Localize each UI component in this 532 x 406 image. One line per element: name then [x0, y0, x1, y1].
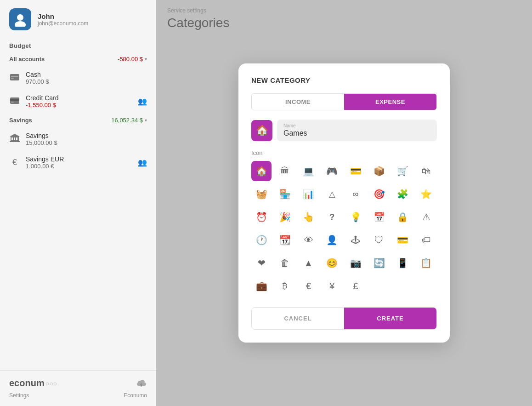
icon-arrow-up[interactable]: ▲: [299, 253, 319, 273]
icon-cart[interactable]: 🛒: [393, 161, 413, 181]
name-input[interactable]: [283, 129, 430, 137]
savings-info: Savings 15,000.00 $: [26, 132, 147, 146]
icon-pound[interactable]: £: [345, 276, 366, 296]
icon-section-label: Icon: [251, 149, 437, 156]
icon-person[interactable]: 👤: [322, 230, 342, 250]
icon-star[interactable]: ⭐: [416, 184, 436, 204]
icon-list[interactable]: 📋: [416, 253, 436, 273]
savings-eur-info: Savings EUR 1,000.00 €: [26, 155, 132, 170]
avatar: [9, 8, 31, 30]
icon-store[interactable]: 🏪: [275, 184, 295, 204]
icon-celebrate[interactable]: 🎉: [275, 207, 295, 227]
user-info: John john@econumo.com: [38, 12, 88, 27]
svg-rect-11: [14, 137, 15, 140]
icon-cal2[interactable]: 📆: [275, 230, 295, 250]
budget-section-title: Budget: [0, 39, 156, 52]
icon-bank[interactable]: 🏛: [275, 161, 295, 181]
icon-qr[interactable]: 📱: [393, 253, 413, 273]
savings-eur-shared-icon: 👥: [138, 158, 147, 167]
icon-shield[interactable]: 🛡: [369, 230, 389, 250]
icon-briefcase[interactable]: 💼: [251, 276, 272, 296]
name-input-group: Name: [277, 120, 437, 141]
category-type-toggle: INCOME EXPENSE: [251, 93, 437, 110]
svg-point-0: [17, 14, 23, 21]
icon-gamepad[interactable]: 🎮: [322, 161, 342, 181]
icon-face[interactable]: 😊: [322, 253, 342, 273]
icon-eye[interactable]: 👁: [299, 230, 319, 250]
icon-lock[interactable]: 🔒: [393, 207, 413, 227]
account-item-credit-card[interactable]: Credit Card -1,550.00 $ 👥: [0, 90, 156, 113]
icon-fingerprint[interactable]: 👆: [299, 207, 319, 227]
icon-basket[interactable]: 🧺: [251, 184, 272, 204]
brand-name-link[interactable]: Econumo: [124, 392, 147, 399]
icon-home[interactable]: 🏠: [251, 161, 272, 181]
modal-actions: CANCEL CREATE: [251, 307, 437, 330]
icon-trash[interactable]: 🗑: [275, 253, 295, 273]
icon-bulb[interactable]: 💡: [345, 207, 366, 227]
icon-camera[interactable]: 📷: [345, 253, 366, 273]
icon-calendar[interactable]: 📅: [369, 207, 389, 227]
eur-icon: €: [9, 158, 20, 167]
cloud-icon: [136, 378, 147, 389]
icon-refresh[interactable]: 🔄: [369, 253, 389, 273]
icon-euro[interactable]: €: [299, 276, 319, 296]
svg-rect-3: [11, 76, 18, 77]
credit-card-name: Credit Card: [26, 94, 132, 102]
icon-time[interactable]: 🕐: [251, 230, 272, 250]
icon-creditcard2[interactable]: 💳: [393, 230, 413, 250]
icon-card[interactable]: 💳: [345, 161, 366, 181]
icon-controller[interactable]: 🕹: [345, 230, 366, 250]
user-email: john@econumo.com: [38, 20, 88, 27]
cash-balance: 970.00 $: [26, 78, 147, 85]
cash-name: Cash: [26, 71, 147, 78]
name-row: 🏠 Name: [251, 120, 437, 141]
icon-grid: 🏠 🏛 💻 🎮 💳 📦 🛒 🛍 🧺 🏪 📊 △ ∞ 🎯 🧩 ⭐ ⏰: [251, 161, 437, 296]
svg-rect-13: [10, 141, 20, 142]
credit-card-balance: -1,550.00 $: [26, 102, 132, 109]
all-accounts-label: All accounts: [9, 56, 45, 63]
icon-warning[interactable]: ⚠: [416, 207, 436, 227]
icon-computer[interactable]: 💻: [299, 161, 319, 181]
credit-card-icon: [9, 97, 20, 106]
icon-puzzle[interactable]: 🧩: [393, 184, 413, 204]
user-header: John john@econumo.com: [0, 0, 156, 39]
all-accounts-amount: -580.00 $ ▾: [118, 56, 147, 63]
icon-clock[interactable]: ⏰: [251, 207, 272, 227]
income-tab[interactable]: INCOME: [252, 94, 344, 110]
account-item-cash[interactable]: Cash 970.00 $: [0, 66, 156, 90]
icon-heart[interactable]: ❤: [251, 253, 272, 273]
icon-box[interactable]: 📦: [369, 161, 389, 181]
account-item-savings-eur[interactable]: € Savings EUR 1,000.00 € 👥: [0, 151, 156, 174]
all-accounts-header[interactable]: All accounts -580.00 $ ▾: [0, 52, 156, 66]
icon-infinity[interactable]: ∞: [345, 184, 366, 204]
credit-card-info: Credit Card -1,550.00 $: [26, 94, 132, 109]
savings-eur-balance: 1,000.00 €: [26, 163, 132, 170]
expense-tab[interactable]: EXPENSE: [344, 94, 436, 110]
new-category-modal: NEW CATEGORY INCOME EXPENSE 🏠 Name Icon …: [238, 63, 450, 343]
icon-yen[interactable]: ¥: [322, 276, 342, 296]
svg-rect-2: [10, 74, 19, 80]
settings-link[interactable]: Settings: [9, 392, 29, 399]
modal-overlay: NEW CATEGORY INCOME EXPENSE 🏠 Name Icon …: [156, 0, 532, 406]
icon-target[interactable]: 🎯: [369, 184, 389, 204]
account-item-savings[interactable]: Savings 15,000.00 $: [0, 127, 156, 151]
cancel-button[interactable]: CANCEL: [252, 308, 344, 329]
icon-triangle[interactable]: △: [322, 184, 342, 204]
svg-marker-9: [10, 134, 20, 137]
svg-rect-4: [11, 78, 14, 79]
icon-question[interactable]: ?: [322, 207, 342, 227]
icon-chart[interactable]: 📊: [299, 184, 319, 204]
footer-links: Settings Econumo: [9, 392, 147, 399]
sidebar-footer: econum○○○ Settings Econumo: [0, 370, 156, 406]
name-label: Name: [283, 123, 430, 128]
cash-info: Cash 970.00 $: [26, 71, 147, 85]
icon-tag[interactable]: 🏷: [416, 230, 436, 250]
create-button[interactable]: CREATE: [344, 308, 436, 329]
icon-bitcoin[interactable]: ₿: [275, 276, 295, 296]
savings-header[interactable]: Savings 16,052.34 $ ▾: [0, 113, 156, 127]
svg-rect-10: [11, 137, 13, 140]
svg-rect-12: [16, 137, 17, 140]
icon-bag[interactable]: 🛍: [416, 161, 436, 181]
user-name: John: [38, 12, 88, 20]
svg-rect-6: [10, 99, 19, 101]
